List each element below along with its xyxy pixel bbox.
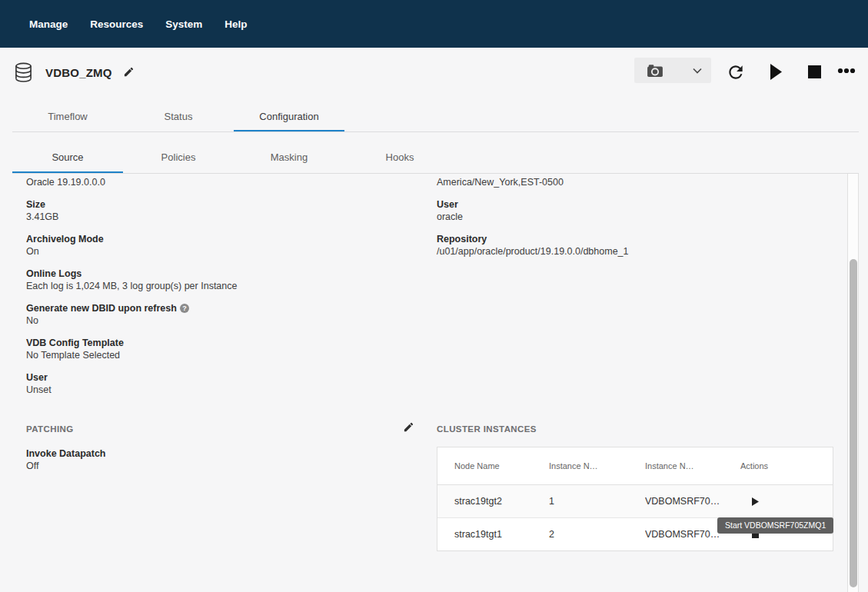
refresh-button[interactable]	[726, 62, 746, 82]
camera-icon[interactable]	[647, 64, 663, 78]
field-repository: Repository /u01/app/oracle/product/19.19…	[437, 233, 833, 258]
source-fields-right-column: America/New_York,EST-0500 User oracle Re…	[437, 176, 833, 268]
table-header-row: Node Name Instance N… Instance N… Action…	[437, 447, 833, 485]
subtab-masking[interactable]: Masking	[234, 151, 344, 163]
field-value: Unset	[26, 384, 414, 396]
nav-help[interactable]: Help	[224, 18, 247, 30]
col-instance-number: Instance N…	[549, 461, 645, 471]
field-online-logs: Online Logs Each log is 1,024 MB, 3 log …	[26, 268, 414, 292]
field-invoke-datapatch: Invoke Datapatch Off	[26, 447, 414, 472]
cell-instance-number: 2	[549, 529, 645, 540]
patching-edit-pencil-icon[interactable]	[403, 421, 414, 436]
app-window: Manage Resources System Help VDBO_ZMQ	[0, 0, 868, 592]
field-label: VDB Config Template	[26, 337, 414, 349]
field-vdb-config-template: VDB Config Template No Template Selected	[26, 337, 414, 361]
title-bar: VDBO_ZMQ	[0, 48, 868, 100]
field-value: On	[26, 245, 414, 258]
field-archivelog-mode: Archivelog Mode On	[26, 233, 414, 258]
cluster-instances-title: CLUSTER INSTANCES	[437, 424, 833, 434]
subtabs-divider	[12, 173, 859, 174]
field-timezone: America/New_York,EST-0500	[437, 176, 833, 188]
field-size: Size 3.41GB	[26, 198, 414, 223]
vertical-scrollbar-thumb[interactable]	[850, 259, 857, 587]
cluster-instances-table: Node Name Instance N… Instance N… Action…	[437, 447, 833, 551]
col-node-name: Node Name	[454, 461, 549, 471]
subtab-policies[interactable]: Policies	[123, 151, 234, 163]
field-label: User	[26, 371, 414, 384]
field-label-text: Generate new DBID upon refresh	[26, 303, 177, 314]
col-instance-name: Instance N…	[645, 461, 740, 471]
field-value: oracle	[437, 211, 833, 223]
field-generate-dbid: Generate new DBID upon refresh? No	[26, 302, 414, 327]
col-actions: Actions	[740, 461, 833, 471]
cell-node-name: strac19tgt1	[454, 529, 549, 540]
field-value: Oracle 19.19.0.0.0	[26, 176, 414, 188]
tab-configuration[interactable]: Configuration	[234, 111, 344, 122]
field-value: No Template Selected	[26, 349, 414, 361]
start-instance-tooltip: Start VDBOMSRF705ZMQ1	[717, 517, 833, 534]
field-value: 3.41GB	[26, 211, 414, 223]
vertical-scrollbar-track[interactable]	[847, 174, 859, 592]
help-icon[interactable]: ?	[180, 304, 189, 313]
stop-vdb-button[interactable]	[808, 65, 821, 78]
field-label: Size	[26, 198, 414, 211]
field-user-right: User oracle	[437, 198, 833, 223]
field-label: Generate new DBID upon refresh?	[26, 302, 414, 314]
vdb-action-toolbar	[0, 48, 868, 100]
cell-node-name: strac19tgt2	[454, 496, 549, 507]
field-value: America/New_York,EST-0500	[437, 176, 833, 188]
field-label: User	[437, 198, 833, 211]
field-user-left: User Unset	[26, 371, 414, 396]
field-label: Invoke Datapatch	[26, 447, 414, 460]
more-options-ellipsis-icon[interactable]	[837, 68, 856, 74]
cell-instance-name: VDBOMSRF70…	[645, 496, 740, 507]
snapshot-button-group[interactable]	[634, 58, 711, 83]
subtab-source[interactable]: Source	[12, 151, 123, 163]
subtab-hooks[interactable]: Hooks	[344, 151, 455, 163]
cell-instance-number: 1	[549, 496, 645, 507]
nav-resources[interactable]: Resources	[90, 18, 143, 30]
tab-status[interactable]: Status	[123, 111, 234, 122]
field-value: /u01/app/oracle/product/19.19.0.0/dbhome…	[437, 245, 833, 258]
top-nav: Manage Resources System Help	[0, 0, 868, 48]
tab-timeflow[interactable]: Timeflow	[12, 111, 123, 122]
start-vdb-button[interactable]	[770, 64, 783, 80]
patching-section: PATCHING Invoke Datapatch Off	[26, 424, 414, 482]
source-fields-left-column: Oracle 19.19.0.0.0 Size 3.41GB Archivelo…	[26, 176, 414, 406]
nav-system[interactable]: System	[165, 18, 202, 30]
table-row: strac19tgt2 1 VDBOMSRF70…	[437, 485, 833, 518]
chevron-down-icon[interactable]	[693, 68, 702, 74]
field-label: Archivelog Mode	[26, 233, 414, 245]
field-db-version: Oracle 19.19.0.0.0	[26, 176, 414, 188]
patching-section-title: PATCHING	[26, 424, 414, 434]
field-value: No	[26, 314, 414, 327]
row-start-instance-play-icon[interactable]	[740, 497, 833, 506]
field-value: Each log is 1,024 MB, 3 log group(s) per…	[26, 280, 414, 292]
field-value: Off	[26, 460, 414, 472]
nav-manage[interactable]: Manage	[29, 18, 68, 30]
field-label: Online Logs	[26, 268, 414, 280]
field-label: Repository	[437, 233, 833, 245]
tabs-divider	[12, 131, 859, 132]
